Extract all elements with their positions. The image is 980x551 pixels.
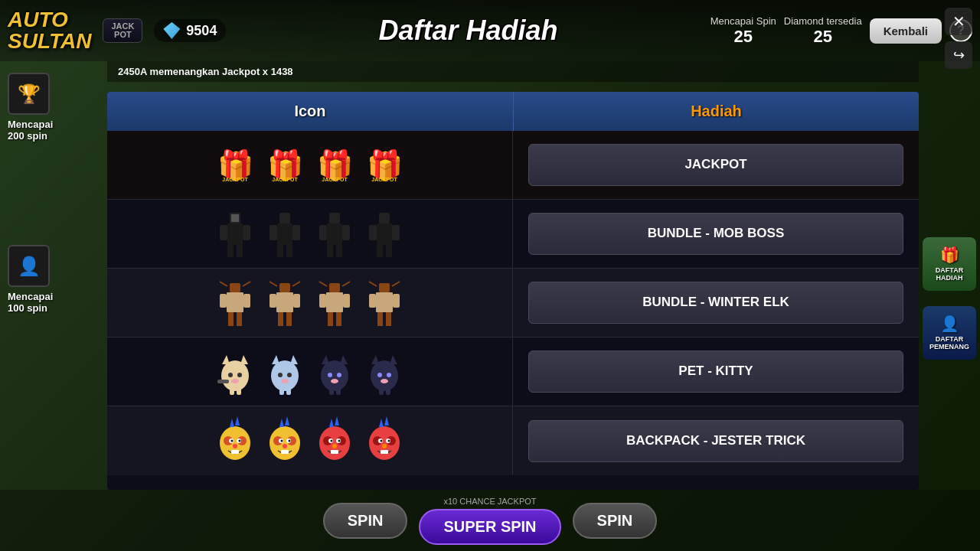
svg-point-97 (230, 439, 233, 442)
svg-line-34 (270, 282, 277, 286)
window-controls: ✕ ↪ (945, 8, 972, 69)
spin-label: SPIN (348, 512, 384, 529)
kembali-button[interactable]: Kembali (870, 18, 942, 44)
prize-winter-elk-btn[interactable]: BUNDLE - WINTER ELK (528, 282, 903, 324)
svg-rect-31 (228, 312, 234, 326)
svg-rect-25 (230, 283, 240, 292)
svg-line-43 (342, 282, 350, 286)
svg-marker-75 (322, 355, 329, 364)
svg-rect-53 (369, 294, 376, 308)
diamond-tersedia-label: Diamond tersedia (784, 15, 862, 27)
svg-marker-76 (340, 355, 348, 364)
milestone-item-200: 🏆 Mencapai200 spin (8, 73, 100, 142)
svg-point-82 (371, 360, 398, 391)
svg-point-69 (278, 373, 283, 377)
daftar-hadiah-button[interactable]: 🎁 DAFTAR HADIAH (923, 237, 976, 291)
svg-rect-122 (331, 450, 338, 454)
prize-jackpot-btn[interactable]: JACKPOT (528, 144, 903, 186)
svg-point-131 (387, 439, 390, 442)
svg-point-119 (330, 439, 332, 442)
super-spin-button[interactable]: SUPER SPIN (419, 509, 560, 545)
winter-elk-icon-single (361, 278, 407, 328)
ticker-text: 2450A memenangkan Jackpot x 1438 (118, 66, 293, 77)
svg-point-57 (221, 360, 249, 391)
svg-rect-46 (343, 294, 350, 308)
svg-rect-65 (217, 380, 229, 383)
page-title: Daftar Hadiah (379, 15, 558, 46)
svg-rect-48 (336, 312, 341, 326)
prize-backpack-jester-btn[interactable]: BACKPACK - JESTER TRICK (528, 420, 903, 462)
svg-rect-28 (227, 292, 243, 312)
logo: AUTOSULTAN (8, 9, 91, 52)
spin-button[interactable]: SPIN (323, 503, 408, 539)
prize-row-backpack-jester: BACKPACK - JESTER TRICK (107, 406, 919, 475)
svg-point-78 (337, 373, 341, 377)
milestone-label-100: Mencapai100 spin (8, 291, 53, 314)
svg-marker-83 (371, 355, 379, 364)
svg-rect-41 (329, 283, 340, 292)
prize-mob-boss-btn[interactable]: BUNDLE - MOB BOSS (528, 213, 903, 255)
jackpot-icon-2: 🎁 JACKPOT (262, 140, 308, 190)
svg-rect-13 (329, 213, 340, 223)
close-button[interactable]: ✕ (945, 8, 972, 35)
svg-rect-39 (278, 312, 283, 326)
svg-point-79 (331, 379, 338, 383)
spin-button-2[interactable]: SPIN (573, 503, 658, 539)
jackpot-label: JACK POT (111, 22, 134, 39)
jackpot-icon-1: 🎁 JACKPOT (212, 140, 258, 190)
svg-point-99 (233, 444, 237, 448)
daftar-pemenang-button[interactable]: 👤 DAFTAR PEMENANG (923, 306, 976, 360)
svg-point-60 (228, 373, 233, 377)
ticker-bar: 2450A memenangkan Jackpot x 1438 (107, 61, 919, 82)
svg-point-66 (271, 360, 299, 391)
share-button[interactable]: ↪ (945, 41, 972, 69)
diamond-tersedia-box: Diamond tersedia 25 (784, 15, 862, 47)
mob-boss-icon-1 (212, 209, 258, 259)
svg-rect-29 (220, 294, 227, 308)
svg-rect-3 (243, 225, 250, 240)
milestone-item-100: 👤 Mencapai100 spin (8, 245, 100, 314)
svg-rect-100 (231, 450, 239, 454)
svg-rect-10 (292, 225, 300, 240)
svg-rect-133 (381, 450, 388, 454)
svg-rect-12 (286, 245, 292, 257)
jackpot-icon-3: 🎁 JACKPOT (312, 140, 358, 190)
svg-rect-17 (327, 245, 333, 257)
svg-rect-72 (279, 387, 284, 395)
svg-rect-47 (328, 312, 333, 326)
svg-rect-15 (319, 225, 327, 240)
mencapai-spin-value: 25 (710, 27, 776, 47)
top-right: Mencapai Spin 25 Diamond tersedia 25 Kem… (710, 15, 972, 47)
svg-point-120 (338, 439, 340, 442)
prize-pet-kitty-btn[interactable]: PET - KITTY (528, 350, 903, 393)
icon-cell-mob-boss (107, 200, 513, 268)
svg-point-121 (332, 444, 337, 448)
milestone-icon-100: 👤 (8, 245, 50, 287)
daftar-pemenang-icon: 👤 (940, 315, 959, 333)
svg-point-87 (381, 379, 388, 383)
svg-rect-81 (336, 387, 341, 395)
svg-marker-68 (290, 355, 298, 364)
svg-rect-56 (386, 312, 391, 326)
svg-rect-9 (270, 225, 277, 240)
logo-area: AUTOSULTAN (8, 9, 91, 52)
svg-line-27 (243, 282, 250, 286)
svg-rect-45 (319, 294, 326, 308)
svg-marker-102 (279, 419, 284, 427)
svg-marker-58 (222, 355, 230, 364)
svg-marker-103 (285, 416, 289, 425)
svg-rect-8 (277, 223, 292, 245)
diamond-tersedia-value: 25 (784, 27, 862, 47)
svg-rect-18 (336, 245, 342, 257)
svg-rect-7 (279, 213, 290, 223)
daftar-hadiah-label: DAFTAR HADIAH (923, 267, 976, 282)
prize-table-body[interactable]: 🎁 JACKPOT 🎁 JACKPOT 🎁 JACKPOT (107, 131, 919, 490)
left-panel: 🏆 Mencapai200 spin 👤 Mencapai100 spin (0, 61, 107, 325)
daftar-hadiah-icon: 🎁 (940, 246, 959, 264)
svg-point-61 (237, 373, 242, 377)
title-center: Daftar Hadiah (226, 15, 710, 47)
svg-rect-55 (377, 312, 383, 326)
svg-marker-91 (230, 419, 234, 427)
svg-marker-92 (235, 416, 240, 425)
right-panel: 🎁 DAFTAR HADIAH 👤 DAFTAR PEMENANG (919, 61, 980, 367)
